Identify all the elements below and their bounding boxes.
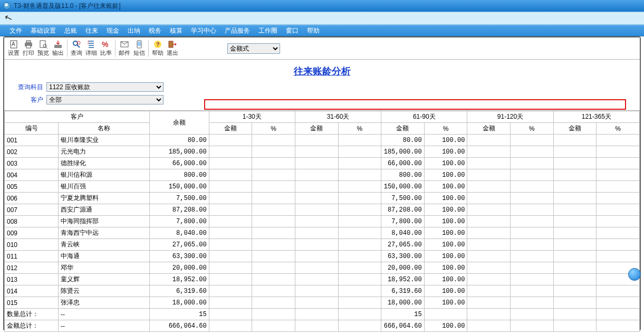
cell-b4-amt xyxy=(467,297,511,309)
table-row[interactable]: 002元光电力185,000.00185,000.00100.00 xyxy=(5,146,640,158)
tb-sms[interactable]: 短信 xyxy=(132,37,147,59)
cell-id: 010 xyxy=(5,239,59,251)
cell-b5-pct xyxy=(597,146,640,158)
cell-name: 青云峡 xyxy=(59,239,150,251)
footer-sum-row: 金额总计： -- 666,064.60 666,064.60 100.00 xyxy=(5,320,640,332)
table-row[interactable]: 012邓华20,000.0020,000.00100.00 xyxy=(5,262,640,274)
table-row[interactable]: 004银川信和源800.00800.00100.00 xyxy=(5,169,640,181)
mail-icon xyxy=(120,40,129,49)
tb-detail[interactable]: 详细 xyxy=(84,37,99,59)
col-bucket-5[interactable]: 121-365天 xyxy=(553,111,639,123)
filter-customer-select[interactable]: 全部 xyxy=(46,95,164,104)
menu-cashier[interactable]: 出纳 xyxy=(124,26,143,35)
tb-export[interactable]: 输出 xyxy=(51,37,65,59)
cell-b2-pct xyxy=(338,262,381,274)
col-bucket-2[interactable]: 31-60天 xyxy=(295,111,381,123)
cell-b4-pct xyxy=(510,227,553,239)
table-row[interactable]: 006宁夏龙腾塑料7,500.007,500.00100.00 xyxy=(5,193,640,204)
cell-b1-pct xyxy=(252,169,295,181)
col-b3-pct[interactable]: % xyxy=(424,123,467,135)
col-bucket-1[interactable]: 1-30天 xyxy=(209,111,295,123)
print-icon xyxy=(24,40,33,49)
tb-settings[interactable]: A 设置 xyxy=(6,37,21,59)
col-balance[interactable]: 余额 xyxy=(150,111,209,135)
col-b1-amt[interactable]: 金额 xyxy=(209,123,252,135)
tb-preview[interactable]: 预览 xyxy=(36,37,51,59)
cell-b61-pct: 100.00 xyxy=(424,297,467,309)
view-mode-select[interactable]: 金额式 xyxy=(227,43,280,54)
table-row[interactable]: 015张泽忠18,000.0018,000.00100.00 xyxy=(5,297,640,309)
grid-wrap[interactable]: 客户 余额 1-30天 31-60天 61-90天 91-120天 121-36… xyxy=(4,110,640,334)
menu-workspace[interactable]: 工作圈 xyxy=(255,26,281,35)
table-row[interactable]: 008中海同指挥部7,800.007,800.00100.00 xyxy=(5,216,640,227)
table-row[interactable]: 010青云峡27,065.0027,065.00100.00 xyxy=(5,239,640,251)
cell-b4-pct xyxy=(510,262,553,274)
col-b3-amt[interactable]: 金额 xyxy=(381,123,425,135)
col-b2-pct[interactable]: % xyxy=(338,123,381,135)
table-row[interactable]: 011中海通63,300.0063,300.00100.00 xyxy=(5,251,640,262)
cell-balance: 800.00 xyxy=(150,169,209,181)
col-b1-pct[interactable]: % xyxy=(252,123,295,135)
cell-name: 中海同指挥部 xyxy=(59,216,150,227)
cell-b1-amt xyxy=(209,216,252,227)
col-b4-amt[interactable]: 金额 xyxy=(467,123,511,135)
cell-b61-amt: 63,300.00 xyxy=(381,251,425,262)
cell-balance: 6,319.60 xyxy=(150,285,209,297)
col-name[interactable]: 名称 xyxy=(59,123,150,135)
cell-b61-amt: 20,000.00 xyxy=(381,262,425,274)
cell-b4-pct xyxy=(510,251,553,262)
menu-accounting[interactable]: 核算 xyxy=(167,26,186,35)
col-bucket-3[interactable]: 61-90天 xyxy=(381,111,467,123)
float-action-button[interactable] xyxy=(628,268,641,281)
cell-b4-pct xyxy=(510,146,553,158)
menu-ar-ap[interactable]: 往来 xyxy=(82,26,101,35)
col-b4-pct[interactable]: % xyxy=(510,123,553,135)
cell-b4-amt xyxy=(467,227,511,239)
cell-b2-pct xyxy=(338,135,381,146)
menu-window[interactable]: 窗口 xyxy=(283,26,302,35)
col-customer-group[interactable]: 客户 xyxy=(5,111,150,123)
cell-b4-amt xyxy=(467,204,511,216)
cell-b2-pct xyxy=(338,216,381,227)
table-row[interactable]: 014陈贤云6,319.606,319.60100.00 xyxy=(5,285,640,297)
table-row[interactable]: 005银川百强150,000.00150,000.00100.00 xyxy=(5,181,640,193)
cell-balance: 18,952.00 xyxy=(150,274,209,285)
footer-sum-balance: 666,064.60 xyxy=(150,320,209,332)
cell-b4-pct xyxy=(510,274,553,285)
menu-tax[interactable]: 税务 xyxy=(146,26,165,35)
cell-b61-pct: 100.00 xyxy=(424,251,467,262)
menu-basic-settings[interactable]: 基础设置 xyxy=(27,26,59,35)
filter-subject-select[interactable]: 1122 应收账款 xyxy=(46,82,164,92)
menu-product[interactable]: 产品服务 xyxy=(222,26,253,35)
table-row[interactable]: 013童义辉18,952.0018,952.00100.00 xyxy=(5,274,640,285)
menu-learn[interactable]: 学习中心 xyxy=(188,26,219,35)
cell-name: 银川信和源 xyxy=(59,169,150,181)
cell-b2-pct xyxy=(338,158,381,169)
col-bucket-4[interactable]: 91-120天 xyxy=(467,111,553,123)
table-row[interactable]: 001银川泰隆实业80.0080.00100.00 xyxy=(5,135,640,146)
tb-exit[interactable]: 退出 xyxy=(165,37,180,59)
tb-ratio[interactable]: % 比率 xyxy=(99,37,113,59)
cell-b4-amt xyxy=(467,169,511,181)
col-b5-pct[interactable]: % xyxy=(597,123,640,135)
col-b2-amt[interactable]: 金额 xyxy=(295,123,338,135)
cell-b61-pct: 100.00 xyxy=(424,169,467,181)
menubar: 文件 基础设置 总账 往来 现金 出纳 税务 核算 学习中心 产品服务 工作圈 … xyxy=(0,25,644,36)
menu-help[interactable]: 帮助 xyxy=(304,26,323,35)
tb-print[interactable]: 打印 xyxy=(21,37,36,59)
col-b5-amt[interactable]: 金额 xyxy=(553,123,597,135)
cell-id: 006 xyxy=(5,193,59,204)
table-row[interactable]: 003德胜绿化66,000.0066,000.00100.00 xyxy=(5,158,640,169)
table-row[interactable]: 007西安广源通87,208.0087,208.00100.00 xyxy=(5,204,640,216)
col-id[interactable]: 编号 xyxy=(5,123,59,135)
tb-query[interactable]: 查询 xyxy=(69,37,84,59)
menu-file[interactable]: 文件 xyxy=(6,26,25,35)
tb-help[interactable]: ? 帮助 xyxy=(150,37,165,59)
cell-b61-amt: 18,000.00 xyxy=(381,297,425,309)
cell-b1-amt xyxy=(209,251,252,262)
cell-b5-pct xyxy=(597,239,640,251)
table-row[interactable]: 009青海西宁中远8,040.008,040.00100.00 xyxy=(5,227,640,239)
tb-mail[interactable]: 邮件 xyxy=(117,37,132,59)
menu-general-ledger[interactable]: 总账 xyxy=(61,26,80,35)
menu-cash[interactable]: 现金 xyxy=(103,26,122,35)
